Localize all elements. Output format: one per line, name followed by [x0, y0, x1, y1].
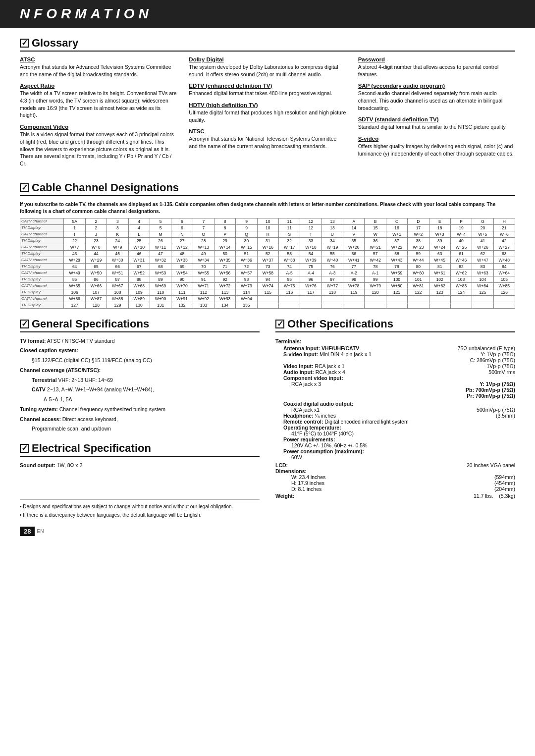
channel-access-2: Programmable scan, and up/down: [20, 425, 260, 433]
cable-cell: 23: [85, 237, 107, 244]
cable-cell: 134: [214, 302, 235, 308]
electrical-spec-section: Electrical Specification Sound output: 1…: [20, 442, 260, 470]
cable-cell: 5A: [64, 218, 85, 224]
cable-cell: 8: [214, 218, 235, 224]
cable-cell: W+14: [214, 244, 235, 250]
cable-cell: W+62: [450, 270, 472, 276]
cable-cell: [429, 295, 450, 302]
left-specs-col: General Specifications TV format: ATSC /…: [20, 318, 260, 518]
cable-cell: W+6: [493, 231, 515, 237]
cable-cell: 61: [450, 250, 472, 257]
cable-cell: N: [171, 231, 193, 237]
cable-cell: W+50: [85, 270, 107, 276]
cable-cell: 124: [450, 289, 472, 295]
antenna-row: Antenna input: VHF/UHF/CATV 75Ω unbalanc…: [275, 345, 515, 351]
cable-cell: W+59: [386, 270, 407, 276]
cable-cell: 78: [365, 263, 386, 270]
cable-cell: G: [472, 218, 493, 224]
op-temp-label: Operating temperature:: [275, 425, 515, 431]
cable-cell: 103: [450, 276, 472, 282]
cable-cell: 58: [386, 250, 407, 257]
cable-cell: 111: [171, 289, 193, 295]
cable-cell: [300, 302, 321, 308]
page-num-bar: 28 EN: [20, 527, 515, 536]
glossary-entry-edtv: EDTV (enhanced definition TV) Enhanced d…: [189, 83, 346, 97]
cable-cell: 62: [472, 250, 493, 257]
cable-cell: 22: [64, 237, 85, 244]
cable-cell: W+72: [214, 282, 235, 289]
cable-cell: A-3: [321, 270, 343, 276]
cable-cell: W+9: [107, 244, 128, 250]
op-temp-val: 41°F (5°C) to 104°F (40°C): [275, 431, 515, 436]
cable-cell: 9: [236, 218, 257, 224]
cable-cell: 11: [279, 224, 300, 231]
cable-cell: 110: [150, 289, 171, 295]
cable-cell: W+55: [193, 270, 214, 276]
cable-cell: 2: [85, 218, 107, 224]
cable-cell: W+63: [472, 270, 493, 276]
cable-cell: 107: [85, 289, 107, 295]
other-specs-checkbox-icon: [275, 320, 284, 328]
cable-cell: 135: [236, 302, 257, 308]
cable-cell: I: [64, 231, 85, 237]
cable-cell: 85: [64, 276, 85, 282]
dim-W: W: 23.4 inches (594mm): [275, 474, 515, 480]
cable-cell: 11: [279, 218, 300, 224]
cable-cell: W+86: [64, 295, 85, 302]
cable-row-label: TV Display: [20, 289, 64, 295]
cable-cell: 92: [214, 276, 235, 282]
cable-cell: 97: [321, 276, 343, 282]
cable-cell: W+68: [128, 282, 150, 289]
cable-cell: W+91: [171, 295, 193, 302]
cable-cell: A-1: [365, 270, 386, 276]
cable-cell: W+35: [214, 257, 235, 263]
cable-row-label: TV Display: [20, 224, 64, 231]
cable-cell: 7: [193, 218, 214, 224]
glossary-entry-dolby: Dolby Digital The system developed by Do…: [189, 56, 346, 78]
cable-cell: [386, 302, 407, 308]
header-title: NFORMATION: [20, 6, 153, 21]
cable-cell: 63: [493, 250, 515, 257]
cable-cell: 7: [193, 224, 214, 231]
cable-cell: 70: [193, 263, 214, 270]
cable-cell: F: [450, 218, 472, 224]
cable-cell: W+18: [300, 244, 321, 250]
cable-cell: 20: [472, 224, 493, 231]
cable-cell: 6: [171, 224, 193, 231]
cable-cell: 28: [193, 237, 214, 244]
cable-cell: [257, 295, 278, 302]
cable-cell: 32: [279, 237, 300, 244]
cable-cell: 44: [85, 250, 107, 257]
cable-cell: [408, 295, 429, 302]
catv-entry: CATV 2~13, A~W, W+1~W+94 (analog W+1~W+8…: [20, 386, 260, 394]
cable-cell: W+25: [450, 244, 472, 250]
cable-cell: 115: [257, 289, 278, 295]
cable-cell: 55: [321, 250, 343, 257]
cable-row-label: TV Display: [20, 250, 64, 257]
cable-cell: 120: [365, 289, 386, 295]
cable-cell: P: [214, 231, 235, 237]
cable-cell: W+22: [386, 244, 407, 250]
cable-cell: W+7: [64, 244, 85, 250]
cable-cell: W+3: [429, 231, 450, 237]
footnote-1: • Designs and specifications are subject…: [20, 504, 260, 509]
cable-cell: 84: [493, 263, 515, 270]
cable-cell: 129: [107, 302, 128, 308]
cable-cell: 12: [300, 218, 321, 224]
closed-caption-value: §15.122/FCC (digital CC) §15.119/FCC (an…: [20, 357, 260, 365]
cable-cell: W+28: [64, 257, 85, 263]
cable-cell: W+39: [300, 257, 321, 263]
cable-cell: B: [365, 218, 386, 224]
cable-cell: 106: [64, 289, 85, 295]
cable-cell: W+13: [193, 244, 214, 250]
cable-cell: 80: [408, 263, 429, 270]
cable-cell: 82: [450, 263, 472, 270]
cable-cell: 86: [85, 276, 107, 282]
cable-cell: 117: [300, 289, 321, 295]
cable-cell: W: [365, 231, 386, 237]
other-specs-title: Other Specifications: [275, 318, 515, 332]
cable-cell: W+75: [279, 282, 300, 289]
glossary-col-2: Password A stored 4-digit number that al…: [358, 56, 515, 172]
cable-cell: [321, 295, 343, 302]
cable-cell: W+93: [214, 295, 235, 302]
